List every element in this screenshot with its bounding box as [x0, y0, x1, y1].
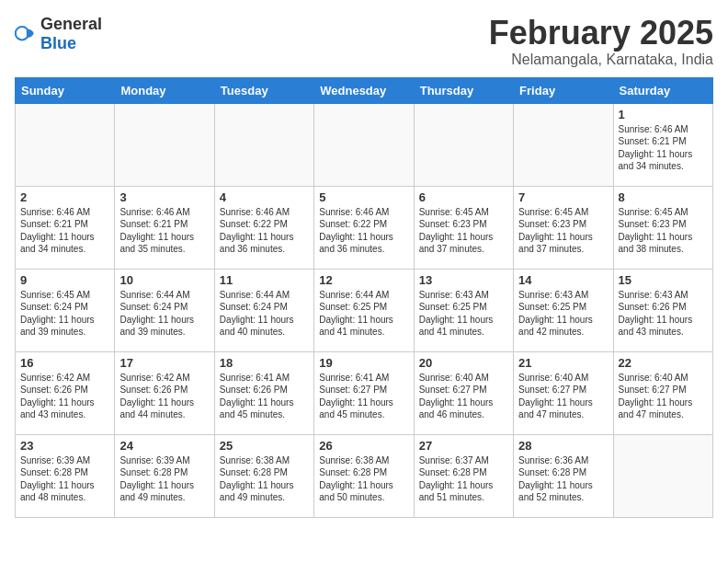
day-info: Sunrise: 6:39 AM Sunset: 6:28 PM Dayligh… [20, 454, 109, 504]
day-info: Sunrise: 6:38 AM Sunset: 6:28 PM Dayligh… [220, 454, 309, 504]
logo-text: General Blue [40, 15, 102, 53]
day-info: Sunrise: 6:44 AM Sunset: 6:24 PM Dayligh… [119, 289, 209, 339]
day-info: Sunrise: 6:43 AM Sunset: 6:25 PM Dayligh… [518, 289, 608, 339]
day-number: 21 [518, 356, 608, 370]
logo-icon [15, 23, 37, 45]
day-info: Sunrise: 6:42 AM Sunset: 6:26 PM Dayligh… [119, 372, 209, 421]
calendar-day-cell: 26Sunrise: 6:38 AM Sunset: 6:28 PM Dayli… [314, 434, 414, 517]
calendar-day-cell: 9Sunrise: 6:45 AM Sunset: 6:24 PM Daylig… [16, 269, 115, 351]
day-info: Sunrise: 6:45 AM Sunset: 6:23 PM Dayligh… [518, 206, 608, 256]
day-number: 26 [319, 439, 408, 453]
day-info: Sunrise: 6:44 AM Sunset: 6:25 PM Dayligh… [319, 289, 408, 339]
day-number: 8 [619, 190, 708, 204]
logo: General Blue [15, 15, 102, 53]
day-number: 7 [518, 190, 608, 204]
calendar-day-cell [115, 103, 214, 186]
day-info: Sunrise: 6:37 AM Sunset: 6:28 PM Dayligh… [419, 454, 508, 504]
calendar-day-cell: 19Sunrise: 6:41 AM Sunset: 6:27 PM Dayli… [314, 351, 414, 434]
calendar-day-cell: 5Sunrise: 6:46 AM Sunset: 6:22 PM Daylig… [314, 186, 414, 269]
calendar-day-cell: 16Sunrise: 6:42 AM Sunset: 6:26 PM Dayli… [16, 351, 115, 434]
logo-general: General [40, 15, 102, 33]
day-info: Sunrise: 6:40 AM Sunset: 6:27 PM Dayligh… [518, 372, 608, 421]
day-number: 6 [419, 190, 508, 204]
day-number: 12 [319, 273, 408, 287]
calendar-week-row: 2Sunrise: 6:46 AM Sunset: 6:21 PM Daylig… [16, 186, 713, 269]
calendar-week-row: 16Sunrise: 6:42 AM Sunset: 6:26 PM Dayli… [16, 351, 713, 434]
calendar-day-cell [414, 103, 513, 186]
day-info: Sunrise: 6:36 AM Sunset: 6:28 PM Dayligh… [518, 454, 608, 504]
calendar-day-cell: 24Sunrise: 6:39 AM Sunset: 6:28 PM Dayli… [115, 434, 214, 517]
calendar-day-cell: 6Sunrise: 6:45 AM Sunset: 6:23 PM Daylig… [414, 186, 513, 269]
calendar-day-cell: 1Sunrise: 6:46 AM Sunset: 6:21 PM Daylig… [613, 103, 712, 186]
calendar-day-cell [314, 103, 414, 186]
calendar-day-cell: 18Sunrise: 6:41 AM Sunset: 6:26 PM Dayli… [214, 351, 313, 434]
calendar-day-cell: 23Sunrise: 6:39 AM Sunset: 6:28 PM Dayli… [16, 434, 115, 517]
calendar-day-cell: 15Sunrise: 6:43 AM Sunset: 6:26 PM Dayli… [613, 269, 712, 351]
day-info: Sunrise: 6:46 AM Sunset: 6:21 PM Dayligh… [20, 206, 109, 256]
calendar-day-cell [214, 103, 313, 186]
calendar-week-row: 23Sunrise: 6:39 AM Sunset: 6:28 PM Dayli… [16, 434, 713, 517]
day-number: 25 [220, 439, 309, 453]
calendar-day-cell [16, 103, 115, 186]
day-number: 9 [20, 273, 109, 287]
calendar-day-cell: 28Sunrise: 6:36 AM Sunset: 6:28 PM Dayli… [514, 434, 613, 517]
day-info: Sunrise: 6:41 AM Sunset: 6:26 PM Dayligh… [220, 372, 309, 421]
day-info: Sunrise: 6:46 AM Sunset: 6:21 PM Dayligh… [119, 206, 209, 256]
day-number: 19 [319, 356, 408, 370]
calendar-header-row: SundayMondayTuesdayWednesdayThursdayFrid… [16, 77, 713, 103]
day-info: Sunrise: 6:44 AM Sunset: 6:24 PM Dayligh… [220, 289, 309, 339]
day-number: 10 [119, 273, 209, 287]
day-info: Sunrise: 6:43 AM Sunset: 6:25 PM Dayligh… [419, 289, 508, 339]
day-info: Sunrise: 6:43 AM Sunset: 6:26 PM Dayligh… [619, 289, 708, 339]
day-info: Sunrise: 6:40 AM Sunset: 6:27 PM Dayligh… [419, 372, 508, 421]
calendar-day-cell: 22Sunrise: 6:40 AM Sunset: 6:27 PM Dayli… [613, 351, 712, 434]
weekday-header: Friday [514, 77, 613, 103]
day-info: Sunrise: 6:38 AM Sunset: 6:28 PM Dayligh… [319, 454, 408, 504]
day-number: 2 [20, 190, 109, 204]
day-number: 27 [419, 439, 508, 453]
weekday-header: Thursday [414, 77, 513, 103]
calendar-day-cell: 8Sunrise: 6:45 AM Sunset: 6:23 PM Daylig… [613, 186, 712, 269]
calendar-day-cell: 10Sunrise: 6:44 AM Sunset: 6:24 PM Dayli… [115, 269, 214, 351]
calendar-week-row: 1Sunrise: 6:46 AM Sunset: 6:21 PM Daylig… [16, 103, 713, 186]
day-number: 23 [20, 439, 109, 453]
day-info: Sunrise: 6:46 AM Sunset: 6:21 PM Dayligh… [619, 123, 708, 173]
day-number: 16 [20, 356, 109, 370]
calendar-day-cell [613, 434, 712, 517]
day-info: Sunrise: 6:45 AM Sunset: 6:24 PM Dayligh… [20, 289, 109, 339]
day-info: Sunrise: 6:46 AM Sunset: 6:22 PM Dayligh… [220, 206, 309, 256]
calendar-day-cell: 11Sunrise: 6:44 AM Sunset: 6:24 PM Dayli… [214, 269, 313, 351]
day-number: 4 [220, 190, 309, 204]
day-number: 20 [419, 356, 508, 370]
day-number: 24 [119, 439, 209, 453]
location-title: Nelamangala, Karnataka, India [489, 52, 713, 68]
logo-blue: Blue [40, 34, 76, 52]
day-info: Sunrise: 6:41 AM Sunset: 6:27 PM Dayligh… [319, 372, 408, 421]
title-block: February 2025 Nelamangala, Karnataka, In… [489, 15, 713, 68]
day-number: 22 [619, 356, 708, 370]
calendar-day-cell: 13Sunrise: 6:43 AM Sunset: 6:25 PM Dayli… [414, 269, 513, 351]
day-info: Sunrise: 6:39 AM Sunset: 6:28 PM Dayligh… [119, 454, 209, 504]
calendar-day-cell: 4Sunrise: 6:46 AM Sunset: 6:22 PM Daylig… [214, 186, 313, 269]
calendar-day-cell: 25Sunrise: 6:38 AM Sunset: 6:28 PM Dayli… [214, 434, 313, 517]
weekday-header: Monday [115, 77, 214, 103]
calendar-day-cell: 7Sunrise: 6:45 AM Sunset: 6:23 PM Daylig… [514, 186, 613, 269]
day-number: 3 [119, 190, 209, 204]
day-info: Sunrise: 6:45 AM Sunset: 6:23 PM Dayligh… [619, 206, 708, 256]
day-info: Sunrise: 6:46 AM Sunset: 6:22 PM Dayligh… [319, 206, 408, 256]
day-number: 17 [119, 356, 209, 370]
calendar-day-cell [514, 103, 613, 186]
day-number: 14 [518, 273, 608, 287]
day-number: 11 [220, 273, 309, 287]
calendar-day-cell: 27Sunrise: 6:37 AM Sunset: 6:28 PM Dayli… [414, 434, 513, 517]
day-number: 28 [518, 439, 608, 453]
day-info: Sunrise: 6:42 AM Sunset: 6:26 PM Dayligh… [20, 372, 109, 421]
day-number: 1 [619, 108, 708, 121]
calendar-day-cell: 20Sunrise: 6:40 AM Sunset: 6:27 PM Dayli… [414, 351, 513, 434]
calendar-day-cell: 14Sunrise: 6:43 AM Sunset: 6:25 PM Dayli… [514, 269, 613, 351]
calendar-day-cell: 3Sunrise: 6:46 AM Sunset: 6:21 PM Daylig… [115, 186, 214, 269]
weekday-header: Tuesday [214, 77, 313, 103]
day-info: Sunrise: 6:40 AM Sunset: 6:27 PM Dayligh… [619, 372, 708, 421]
calendar-day-cell: 12Sunrise: 6:44 AM Sunset: 6:25 PM Dayli… [314, 269, 414, 351]
weekday-header: Wednesday [314, 77, 414, 103]
